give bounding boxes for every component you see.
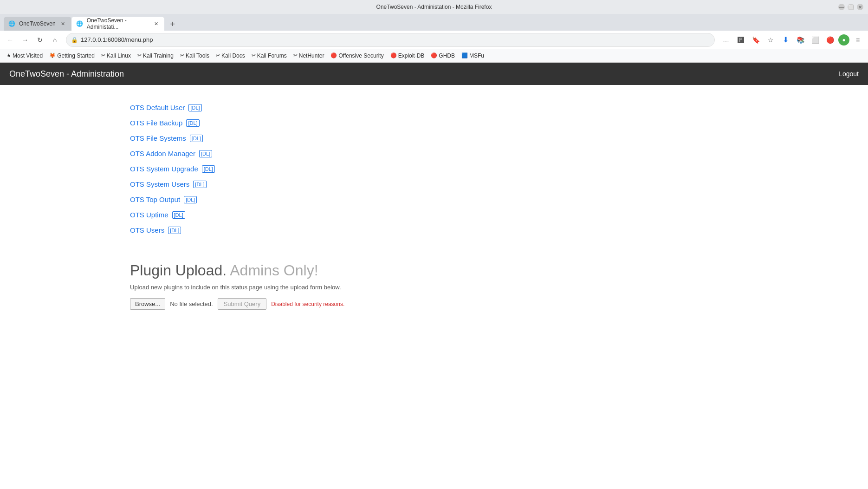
- upload-section: Plugin Upload. Admins Only! Upload new p…: [130, 262, 738, 310]
- no-file-selected-text: No file selected.: [170, 300, 213, 307]
- bookmarks-bar: ★ Most Visited 🦊 Getting Started ✂ Kali …: [0, 49, 868, 62]
- nav-actions: … 🅿 🔖 ☆ ⬇ 📚 ⬜ 🔴 ● ≡: [719, 33, 864, 46]
- plugin-link-uptime[interactable]: OTS Uptime: [130, 211, 168, 219]
- bookmark-kali-docs[interactable]: ✂ Kali Docs: [213, 52, 248, 60]
- bookmark-label: Exploit-DB: [398, 52, 425, 59]
- list-item: OTS Uptime [DL]: [130, 211, 738, 219]
- logout-button[interactable]: Logout: [839, 70, 859, 78]
- bookmark-kali-linux[interactable]: ✂ Kali Linux: [98, 52, 134, 60]
- bookmark-label: MSFu: [469, 52, 484, 59]
- nav-bar: ← → ↻ ⌂ 🔒 … 🅿 🔖 ☆ ⬇ 📚 ⬜ 🔴 ● ≡: [0, 31, 868, 49]
- tab-label: OneTwoSeven: [19, 20, 56, 27]
- tab-favicon-active: 🌐: [76, 20, 83, 27]
- bookmark-label: Offensive Security: [338, 52, 383, 59]
- tab-label-active: OneTwoSeven - Administati...: [87, 17, 149, 30]
- menu-button[interactable]: ≡: [851, 33, 864, 46]
- plugin-link-system-users[interactable]: OTS System Users: [130, 180, 189, 188]
- dl-badge-2: [DL]: [190, 135, 203, 142]
- bookmark-label: Getting Started: [57, 52, 95, 59]
- bookmark-label: Kali Training: [143, 52, 174, 59]
- bookmark-kali-tools[interactable]: ✂ Kali Tools: [177, 52, 212, 60]
- upload-form: Browse... No file selected. Submit Query…: [130, 298, 738, 310]
- getting-started-icon: 🦊: [49, 52, 56, 59]
- plugin-link-top-output[interactable]: OTS Top Output: [130, 196, 180, 203]
- tab-bar: 🌐 OneTwoSeven ✕ 🌐 OneTwoSeven - Administ…: [0, 14, 868, 31]
- plugin-link-file-systems[interactable]: OTS File Systems: [130, 134, 186, 142]
- plugin-link-users[interactable]: OTS Users: [130, 226, 164, 234]
- bookmark-exploit-db[interactable]: 🔴 Exploit-DB: [388, 52, 428, 60]
- bookmark-kali-training[interactable]: ✂ Kali Training: [135, 52, 176, 60]
- dl-badge-4: [DL]: [202, 165, 215, 173]
- maximize-button[interactable]: ⬜: [848, 4, 854, 10]
- disabled-message: Disabled for security reasons.: [271, 301, 344, 307]
- forward-button[interactable]: →: [19, 33, 32, 46]
- ghdb-icon: 🔴: [431, 52, 437, 59]
- bookmark-star-button[interactable]: ☆: [764, 33, 777, 46]
- tab-onetowseven[interactable]: 🌐 OneTwoSeven ✕: [4, 17, 71, 31]
- main-content: OTS Default User [DL] OTS File Backup [D…: [0, 85, 868, 328]
- bookmark-ghdb[interactable]: 🔴 GHDB: [428, 52, 458, 60]
- plugin-link-system-upgrade[interactable]: OTS System Upgrade: [130, 165, 198, 173]
- list-item: OTS Users [DL]: [130, 226, 738, 234]
- minimize-button[interactable]: —: [838, 4, 845, 10]
- plugin-list: OTS Default User [DL] OTS File Backup [D…: [130, 104, 738, 234]
- submit-query-button[interactable]: Submit Query: [218, 298, 266, 310]
- container-button[interactable]: ⬜: [809, 33, 822, 46]
- kali-tools-icon: ✂: [180, 52, 184, 59]
- list-item: OTS File Backup [DL]: [130, 119, 738, 127]
- bookmark-msfu[interactable]: 🟦 MSFu: [459, 52, 487, 60]
- list-item: OTS Addon Manager [DL]: [130, 150, 738, 157]
- kali-linux-icon: ✂: [101, 52, 105, 59]
- refresh-button[interactable]: ↻: [33, 33, 46, 46]
- bookmark-most-visited[interactable]: ★ Most Visited: [4, 52, 45, 60]
- upload-description: Upload new plugins to include on this st…: [130, 284, 738, 291]
- list-item: OTS File Systems [DL]: [130, 134, 738, 142]
- upload-title: Plugin Upload. Admins Only!: [130, 262, 738, 279]
- tab-close-1[interactable]: ✕: [59, 20, 67, 27]
- lock-icon: 🔒: [71, 37, 78, 43]
- close-button[interactable]: ✕: [857, 4, 863, 10]
- dl-badge-5: [DL]: [193, 181, 206, 188]
- app-header: OneTwoSeven - Administration Logout: [0, 63, 868, 85]
- most-visited-icon: ★: [6, 52, 11, 59]
- plugin-link-file-backup[interactable]: OTS File Backup: [130, 119, 182, 127]
- home-button[interactable]: ⌂: [48, 33, 61, 46]
- bookmark-nethunter[interactable]: ✂ NetHunter: [291, 52, 327, 60]
- dl-badge-7: [DL]: [172, 211, 185, 219]
- window-controls[interactable]: — ⬜ ✕: [838, 4, 863, 10]
- offensive-security-icon: 🔴: [330, 52, 337, 59]
- library-button[interactable]: 📚: [794, 33, 807, 46]
- dl-badge-1: [DL]: [186, 119, 199, 127]
- pocket-button[interactable]: 🅿: [734, 33, 747, 46]
- tab-administration[interactable]: 🌐 OneTwoSeven - Administati... ✕: [71, 17, 164, 31]
- bookmark-label: Kali Docs: [221, 52, 245, 59]
- bookmark-label: GHDB: [439, 52, 455, 59]
- upload-title-part1: Plugin Upload.: [130, 262, 227, 279]
- account-button[interactable]: ●: [838, 34, 849, 46]
- list-item: OTS Top Output [DL]: [130, 196, 738, 203]
- plugin-link-addon-manager[interactable]: OTS Addon Manager: [130, 150, 195, 157]
- exploit-db-icon: 🔴: [390, 52, 397, 59]
- address-input[interactable]: [81, 36, 710, 43]
- bookmark-label: Kali Linux: [107, 52, 131, 59]
- new-tab-button[interactable]: +: [166, 18, 179, 31]
- bookmark-getting-started[interactable]: 🦊 Getting Started: [46, 52, 97, 60]
- plugin-link-default-user[interactable]: OTS Default User: [130, 104, 185, 111]
- bookmark-kali-forums[interactable]: ✂ Kali Forums: [249, 52, 290, 60]
- browse-button[interactable]: Browse...: [130, 298, 165, 310]
- download-button[interactable]: ⬇: [779, 33, 792, 46]
- dl-badge-8: [DL]: [168, 227, 181, 234]
- dl-badge-6: [DL]: [184, 196, 197, 203]
- list-item: OTS System Users [DL]: [130, 180, 738, 188]
- extensions-button[interactable]: 🔴: [823, 33, 836, 46]
- bookmark-offensive-security[interactable]: 🔴 Offensive Security: [328, 52, 386, 60]
- back-button[interactable]: ←: [4, 33, 17, 46]
- title-bar: OneTwoSeven - Administation - Mozilla Fi…: [0, 0, 868, 14]
- dl-badge-0: [DL]: [188, 104, 201, 111]
- address-bar-container[interactable]: 🔒: [66, 33, 715, 47]
- msfu-icon: 🟦: [461, 52, 468, 59]
- tab-close-2[interactable]: ✕: [153, 20, 160, 27]
- reader-view-button[interactable]: 🔖: [749, 33, 762, 46]
- more-button[interactable]: …: [719, 33, 732, 46]
- bookmark-label: Kali Forums: [257, 52, 287, 59]
